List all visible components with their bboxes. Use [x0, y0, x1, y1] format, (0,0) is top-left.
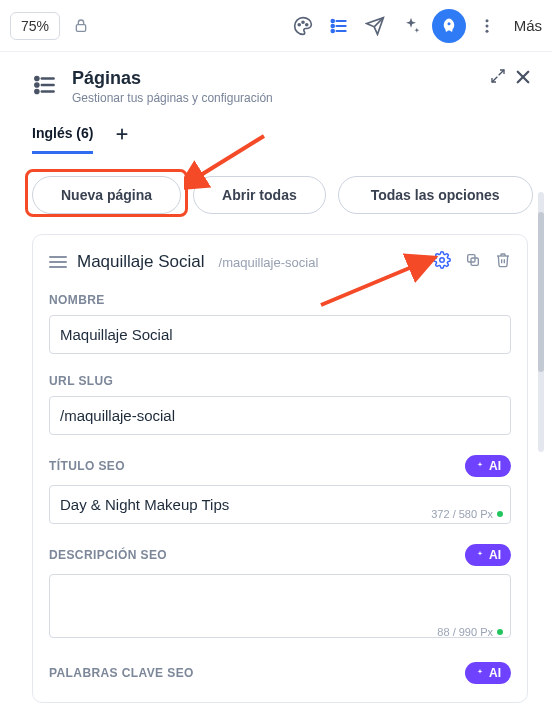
name-label: NOMBRE	[49, 293, 511, 307]
list-icon[interactable]	[324, 11, 354, 41]
svg-point-8	[331, 24, 334, 27]
urlslug-input[interactable]	[49, 396, 511, 435]
seotitle-counter: 372 / 580 Px	[431, 508, 503, 520]
ai-chip-seotitle[interactable]: AI	[465, 455, 511, 477]
lock-icon[interactable]	[66, 11, 96, 41]
expand-icon[interactable]	[490, 68, 506, 90]
drag-handle-icon[interactable]	[49, 256, 67, 268]
send-icon[interactable]	[360, 11, 390, 41]
svg-point-26	[440, 258, 445, 263]
svg-point-3	[305, 23, 307, 25]
svg-point-10	[447, 22, 450, 25]
svg-point-7	[331, 19, 334, 22]
more-label[interactable]: Más	[514, 17, 542, 34]
gear-icon[interactable]	[433, 251, 451, 273]
open-all-button[interactable]: Abrir todas	[193, 176, 326, 214]
zoom-level[interactable]: 75%	[10, 12, 60, 40]
language-tab-english[interactable]: Inglés (6)	[32, 117, 93, 154]
ai-chip-seodesc[interactable]: AI	[465, 544, 511, 566]
svg-point-1	[298, 23, 300, 25]
pages-icon	[28, 68, 62, 102]
add-language-button[interactable]	[115, 125, 129, 146]
name-input[interactable]	[49, 315, 511, 354]
svg-point-17	[35, 77, 38, 80]
svg-point-11	[485, 19, 488, 22]
seodesc-counter: 88 / 990 Px	[437, 626, 503, 638]
svg-rect-0	[76, 24, 85, 31]
svg-point-9	[331, 29, 334, 32]
svg-point-19	[35, 90, 38, 93]
new-page-button[interactable]: Nueva página	[32, 176, 181, 214]
page-name[interactable]: Maquillaje Social	[77, 252, 205, 272]
more-vert-icon[interactable]	[472, 11, 502, 41]
palette-icon[interactable]	[288, 11, 318, 41]
page-slug: /maquillaje-social	[219, 255, 319, 270]
panel-subtitle: Gestionar tus páginas y configuración	[72, 91, 273, 105]
delete-icon[interactable]	[495, 252, 511, 272]
ai-chip-seokeywords[interactable]: AI	[465, 662, 511, 684]
urlslug-label: URL SLUG	[49, 374, 511, 388]
panel-title: Páginas	[72, 68, 273, 89]
svg-point-12	[485, 24, 488, 27]
rocket-button[interactable]	[432, 9, 466, 43]
all-options-button[interactable]: Todas las opciones	[338, 176, 533, 214]
svg-point-18	[35, 83, 38, 86]
close-icon[interactable]	[514, 68, 532, 90]
seodesc-label: DESCRIPCIÓN SEO	[49, 548, 167, 562]
seokeywords-label: PALABRAS CLAVE SEO	[49, 666, 194, 680]
svg-point-2	[302, 21, 304, 23]
duplicate-icon[interactable]	[465, 252, 481, 272]
seotitle-label: TÍTULO SEO	[49, 459, 125, 473]
scrollbar[interactable]	[538, 192, 544, 452]
svg-point-13	[485, 29, 488, 32]
sparkle-icon[interactable]	[396, 11, 426, 41]
